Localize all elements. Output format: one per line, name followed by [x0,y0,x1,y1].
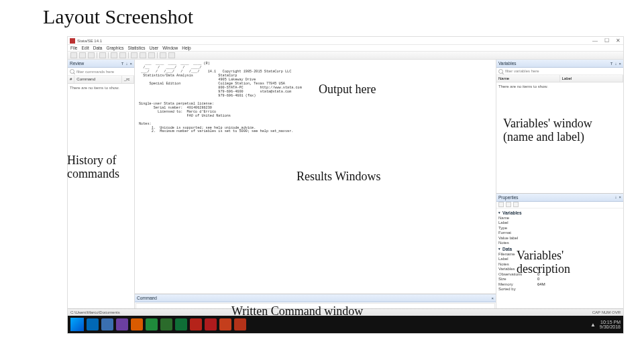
callout-command: Written Command window [231,305,363,318]
review-panel-header: Review T↓× [68,60,134,68]
taskbar-icon[interactable] [175,318,187,330]
close-icon[interactable]: × [129,62,132,66]
properties-panel-header: Properties ↓× [496,194,623,202]
tray-date: 9/30/2018 [600,324,621,329]
menu-data[interactable]: Data [93,46,103,50]
close-icon[interactable]: × [619,62,621,66]
variables-filter[interactable]: filter variables here [496,68,623,75]
windows-taskbar: ▲ 10:15 PM 9/30/2018 [68,316,623,333]
prop-row: Type [498,226,621,231]
taskbar-icon[interactable] [160,318,172,330]
minimize-button[interactable]: — [592,38,598,44]
toolbar-button[interactable] [140,52,146,58]
pin-icon[interactable]: ↓ [614,62,616,66]
callout-vars-window: Variables' window (name and label) [503,117,624,144]
toolbar-button[interactable] [148,52,155,58]
stata-screenshot: Stata/SE 14.1 — ☐ ✕ File Edit Data Graph… [67,36,624,334]
toolbar-button[interactable] [160,52,166,58]
nav-icon[interactable] [513,202,519,207]
search-icon [70,69,74,74]
window-title: Stata/SE 14.1 [77,39,102,43]
callout-vars-desc: Variables' description [517,249,617,276]
toolbar-button[interactable] [131,52,138,58]
col-command[interactable]: Command [74,76,122,83]
maximize-button[interactable]: ☐ [604,38,609,44]
toolbar-button[interactable] [88,52,95,58]
prop-row: Format [498,231,621,236]
slide-number: 7 [616,349,621,357]
menu-help[interactable]: Help [182,46,191,50]
taskbar-icon[interactable] [87,318,99,330]
close-icon[interactable]: × [619,195,621,199]
section-variables[interactable]: Variables [498,210,621,216]
taskbar-icon[interactable] [146,318,158,330]
callout-output: Output here [319,83,376,97]
lock-icon[interactable] [498,202,504,207]
tray-time: 10:15 PM [600,320,621,324]
review-columns: # Command _rc [68,76,134,84]
toolbar-button[interactable] [79,52,86,58]
review-panel: Review T↓× filter commands here # Comman… [68,60,135,314]
toolbar [68,52,623,60]
close-button[interactable]: ✕ [616,38,621,44]
review-body: There are no items to show. [68,84,134,314]
search-icon [498,69,503,74]
start-button[interactable] [70,318,84,331]
toolbar-button[interactable] [119,52,126,58]
status-path: C:\Users\Marco\Documents [70,310,120,314]
taskbar-icon[interactable] [131,318,143,330]
taskbar-icon[interactable] [205,318,217,330]
prop-row: Label [498,221,621,226]
col-rc[interactable]: _rc [122,76,134,83]
results-panel: ___ ____ ____ ____ ____ (R) /__ / ____/ … [135,60,496,314]
prop-row: Memory64M [498,282,621,288]
prop-row: Sorted by [498,287,621,292]
pin-icon[interactable]: T [121,62,124,66]
col-name[interactable]: Name [496,75,560,82]
taskbar-icon[interactable] [190,318,202,330]
pin-icon[interactable]: ↓ [125,62,127,66]
col-num[interactable]: # [68,76,74,83]
menu-statistics[interactable]: Statistics [127,46,145,50]
nav-icon[interactable] [506,202,511,207]
menubar: File Edit Data Graphics Statistics User … [68,45,623,52]
properties-toolbar [496,202,623,208]
close-icon[interactable]: × [491,296,494,300]
menu-edit[interactable]: Edit [81,46,89,50]
slide-title: Layout Screenshot [43,5,193,28]
prop-row: Value label [498,236,621,241]
menu-file[interactable]: File [70,46,77,50]
prop-row: Notes [498,241,621,246]
stata-app-icon [70,38,75,44]
col-label[interactable]: Label [560,75,624,82]
taskbar-icon[interactable] [116,318,128,330]
status-indicators: CAP NUM OVR [592,310,621,314]
taskbar-icon[interactable] [219,318,231,330]
taskbar-icon[interactable] [234,318,246,330]
review-filter[interactable]: filter commands here [68,68,134,76]
taskbar-icon[interactable] [101,318,113,330]
menu-user[interactable]: User [149,46,158,50]
system-tray[interactable]: ▲ 10:15 PM 9/30/2018 [590,320,621,329]
prop-row: Name [498,216,621,221]
pin-icon[interactable]: T [610,62,613,66]
toolbar-button[interactable] [168,52,175,58]
menu-window[interactable]: Window [162,46,178,50]
prop-row: Size0 [498,277,621,282]
pin-icon[interactable]: ↓ [614,195,616,199]
variables-columns: Name Label [496,75,623,82]
titlebar: Stata/SE 14.1 — ☐ ✕ [68,37,623,45]
callout-history: History of commands [67,154,131,181]
toolbar-button[interactable] [99,52,106,58]
callout-results: Results Windows [297,170,380,184]
toolbar-button[interactable] [111,52,117,58]
command-panel-header: Command × [135,294,496,302]
menu-graphics[interactable]: Graphics [106,46,123,50]
toolbar-button[interactable] [70,52,77,58]
variables-panel-header: Variables T↓× [496,60,623,68]
